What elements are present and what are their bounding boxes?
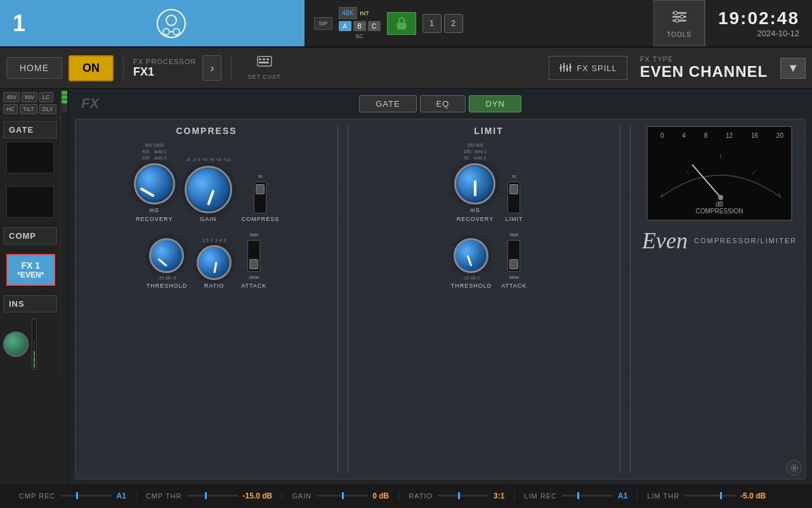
lock-icon[interactable]	[387, 12, 416, 35]
fx1-sub: *EVEN*	[11, 271, 51, 279]
svg-point-11	[680, 15, 683, 18]
vu-scale-4: 4	[682, 132, 686, 139]
limit-switch-body[interactable]	[508, 182, 520, 213]
compress-switch-body[interactable]	[254, 182, 266, 213]
volume-knob[interactable]	[3, 331, 29, 357]
fx-spill-button[interactable]: FX SPILL	[549, 56, 627, 80]
btn-tilt[interactable]: TILT	[20, 104, 37, 114]
home-button[interactable]: HOME	[6, 57, 62, 79]
btn-48v[interactable]: 48V	[3, 92, 20, 102]
route-btn-2[interactable]: 2	[444, 14, 463, 33]
limit-threshold-knob[interactable]	[454, 238, 488, 273]
compress-gain-label: GAIN	[200, 216, 216, 222]
limit-attack-switch[interactable]	[508, 240, 520, 272]
limit-recovery-group: 200 800 100 auto 1 50 auto 2 mS RECOVERY	[454, 142, 495, 222]
gate-button[interactable]: GATE	[3, 121, 57, 138]
compress-recovery-group: 800 1500 400 auto 1 100 auto 2 mS RECOVE…	[134, 142, 175, 222]
limit-section: LIMIT 200 800 100 auto 1 50 auto 2 mS RE…	[358, 126, 620, 472]
vu-arc-svg	[654, 147, 787, 204]
ins-button[interactable]: INS	[3, 295, 57, 312]
svg-point-34	[791, 465, 797, 471]
on-button[interactable]: ON	[69, 55, 114, 81]
abc-row: A B C	[339, 21, 381, 31]
tools-icon	[671, 8, 688, 29]
lim-thr-slider[interactable]	[684, 495, 735, 497]
tools-svg	[671, 8, 688, 26]
compress-gain-scale: -6-30+3+6+9+12	[186, 157, 230, 162]
compress-slow-label: slow	[249, 274, 259, 280]
svg-point-1	[166, 15, 176, 25]
compress-recovery-label: RECOVERY	[136, 216, 173, 222]
abc-b-btn[interactable]: B	[353, 21, 366, 31]
compress-ratio-knob[interactable]	[197, 245, 232, 280]
svg-line-31	[692, 164, 721, 197]
sidebar-meter-strip	[60, 89, 68, 373]
gain-slider[interactable]	[317, 495, 367, 497]
cmp-thr-label: CMP THR	[146, 492, 182, 500]
tab-gate[interactable]: GATE	[359, 95, 416, 112]
vu-scale-20: 20	[776, 132, 783, 139]
fx1-label: FX 1	[11, 260, 51, 271]
btn-inv[interactable]: INV	[22, 92, 37, 102]
abc-c-btn[interactable]: C	[368, 21, 381, 31]
gear-icon	[790, 464, 799, 472]
compress-threshold-knob[interactable]	[149, 238, 184, 273]
svg-rect-16	[266, 58, 269, 60]
main-content: FX GATE EQ DYN COMPRESS 800 1500 400 aut…	[69, 89, 812, 483]
lim-rec-slider[interactable]	[562, 495, 613, 497]
set-cust-label: SET CUST	[247, 74, 280, 80]
limit-switch-thumb	[509, 184, 518, 194]
cmp-thr-slider[interactable]	[187, 495, 238, 497]
limit-in-label: in	[512, 173, 516, 179]
gain-thumb	[342, 492, 344, 499]
svg-point-12	[675, 19, 678, 22]
svg-rect-9	[672, 20, 686, 22]
gain-label: GAIN	[292, 492, 311, 500]
settings-wheel[interactable]	[786, 460, 802, 476]
fx-forward-button[interactable]: ›	[202, 55, 221, 81]
svg-rect-17	[259, 62, 269, 64]
tab-eq[interactable]: EQ	[420, 95, 466, 112]
compress-switch-label: COMPRESS	[242, 216, 280, 222]
fx-type-dropdown[interactable]: ▼	[780, 58, 806, 79]
comp-section: COMP	[0, 224, 60, 248]
fx-processor-box: FX PROCESSOR FX1	[133, 58, 196, 79]
svg-rect-23	[563, 66, 565, 67]
lim-thr-value: -5.0 dB	[740, 491, 766, 500]
cmp-thr-thumb	[205, 492, 207, 499]
cmp-rec-thumb	[76, 492, 78, 499]
cmp-rec-slider[interactable]	[61, 495, 112, 497]
abc-a-btn[interactable]: A	[339, 21, 351, 31]
lim-thr-thumb	[720, 492, 722, 499]
compress-attack-switch[interactable]	[247, 240, 260, 272]
btn-lc[interactable]: LC	[39, 92, 53, 102]
sidebar-buttons-area: 48V INV LC HC TILT DLY GATE COMP	[0, 89, 60, 373]
vu-scale-0: 0	[660, 132, 664, 139]
limit-threshold-scale: -12 dB 0	[463, 276, 480, 280]
btn-dly[interactable]: DLY	[39, 104, 56, 114]
compress-gain-knob[interactable]	[185, 166, 232, 213]
tools-button[interactable]: TOOLS	[653, 0, 705, 46]
comp-button[interactable]: COMP	[3, 227, 57, 244]
compress-threshold-scale: -35 dB -5	[157, 276, 176, 280]
route-btn-1[interactable]: 1	[422, 14, 442, 33]
fx1-button[interactable]: FX 1 *EVEN*	[6, 254, 55, 286]
limit-recovery-knob[interactable]	[454, 163, 495, 204]
limit-recovery-unit: mS	[470, 207, 480, 213]
cmp-thr-value: -15.0 dB	[243, 491, 273, 500]
limit-switch-label: LIMIT	[505, 216, 523, 222]
gain-value: 0 dB	[372, 491, 389, 500]
limit-bottom-knobs: -12 dB 0 THRESHOLD fast slow ATTACK	[451, 232, 527, 289]
second-bar: HOME ON FX PROCESSOR FX1 › SET CUST	[0, 48, 812, 89]
tab-dyn[interactable]: DYN	[469, 95, 521, 112]
limit-fast-label: fast	[510, 232, 518, 237]
set-cust-area[interactable]: SET CUST	[241, 53, 287, 83]
svg-rect-24	[566, 69, 568, 70]
compress-recovery-knob[interactable]	[134, 163, 175, 204]
ratio-slider[interactable]	[438, 495, 488, 497]
compress-threshold-label: THRESHOLD	[147, 283, 188, 289]
btn-hc[interactable]: HC	[3, 104, 18, 114]
limit-toggle-group: in LIMIT	[505, 173, 523, 222]
limit-threshold-label: THRESHOLD	[451, 283, 492, 289]
compress-ratio-scale: 1.52346	[202, 238, 226, 243]
